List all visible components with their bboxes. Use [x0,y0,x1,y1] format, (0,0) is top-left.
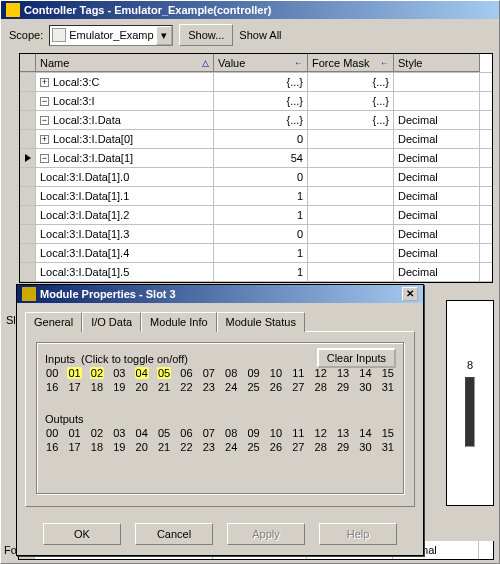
tag-force-cell[interactable] [308,130,394,148]
show-button[interactable]: Show... [179,24,233,46]
tag-value-cell[interactable]: 0 [214,168,308,186]
table-row[interactable]: Local:3:I.Data[1].11Decimal [20,187,492,206]
tag-name-cell[interactable]: Local:3:I.Data[1].1 [36,187,214,205]
expand-icon[interactable]: + [40,78,49,87]
tag-value-cell[interactable]: 1 [214,187,308,205]
input-bit-07[interactable]: 07 [202,367,216,379]
input-bit-14[interactable]: 14 [358,367,372,379]
tag-force-cell[interactable] [308,263,394,281]
table-row[interactable]: −Local:3:I.Data[1]54Decimal [20,149,492,168]
table-row[interactable]: +Local:3:I.Data[0]0Decimal [20,130,492,149]
tag-style-cell[interactable] [394,92,480,110]
input-bit-01[interactable]: 01 [67,367,81,379]
col-header-name[interactable]: Name △ [36,54,214,72]
tag-force-cell[interactable] [308,225,394,243]
table-row[interactable]: Local:3:I.Data[1].41Decimal [20,244,492,263]
tag-name-cell[interactable]: Local:3:I.Data[1].4 [36,244,214,262]
input-bit-12[interactable]: 12 [314,367,328,379]
input-bit-31[interactable]: 31 [381,381,395,393]
tag-force-cell[interactable] [308,168,394,186]
input-bit-17[interactable]: 17 [67,381,81,393]
tag-name-cell[interactable]: +Local:3:C [36,73,214,91]
tag-value-cell[interactable]: 1 [214,263,308,281]
input-bit-09[interactable]: 09 [246,367,260,379]
tag-style-cell[interactable]: Decimal [394,244,480,262]
tag-name-cell[interactable]: Local:3:I.Data[1].5 [36,263,214,281]
tab-module-status[interactable]: Module Status [217,312,305,332]
collapse-icon[interactable]: − [40,116,49,125]
tag-force-cell[interactable]: {...} [308,111,394,129]
tag-style-cell[interactable]: Decimal [394,130,480,148]
input-bit-04[interactable]: 04 [135,367,149,379]
table-row[interactable]: Local:3:I.Data[1].51Decimal [20,263,492,282]
input-bit-28[interactable]: 28 [314,381,328,393]
input-bit-26[interactable]: 26 [269,381,283,393]
close-button[interactable]: ✕ [402,287,418,301]
col-header-force[interactable]: Force Mask ← [308,54,394,72]
tag-value-cell[interactable]: 1 [214,206,308,224]
table-row[interactable]: −Local:3:I.Data{...}{...}Decimal [20,111,492,130]
input-bit-15[interactable]: 15 [381,367,395,379]
tag-value-cell[interactable]: 0 [214,130,308,148]
table-row[interactable]: +Local:3:C{...}{...} [20,73,492,92]
tag-force-cell[interactable]: {...} [308,73,394,91]
input-bit-22[interactable]: 22 [179,381,193,393]
input-bit-30[interactable]: 30 [358,381,372,393]
input-bit-05[interactable]: 05 [157,367,171,379]
tag-style-cell[interactable]: Decimal [394,168,480,186]
tag-style-cell[interactable] [394,73,480,91]
tab-general[interactable]: General [25,312,82,332]
tag-value-cell[interactable]: {...} [214,111,308,129]
tag-style-cell[interactable]: Decimal [394,263,480,281]
col-header-value[interactable]: Value ← [214,54,308,72]
tag-force-cell[interactable] [308,206,394,224]
tag-force-cell[interactable] [308,149,394,167]
tag-name-cell[interactable]: −Local:3:I.Data [36,111,214,129]
tag-value-cell[interactable]: {...} [214,92,308,110]
apply-button[interactable]: Apply [227,523,305,545]
input-bit-00[interactable]: 00 [45,367,59,379]
tag-value-cell[interactable]: 1 [214,244,308,262]
input-bit-23[interactable]: 23 [202,381,216,393]
tag-name-cell[interactable]: −Local:3:I.Data[1] [36,149,214,167]
input-bit-20[interactable]: 20 [135,381,149,393]
input-bit-21[interactable]: 21 [157,381,171,393]
input-bit-10[interactable]: 10 [269,367,283,379]
table-row[interactable]: Local:3:I.Data[1].30Decimal [20,225,492,244]
tag-style-cell[interactable]: Decimal [394,225,480,243]
cancel-button[interactable]: Cancel [135,523,213,545]
collapse-icon[interactable]: − [40,154,49,163]
tag-name-cell[interactable]: −Local:3:I [36,92,214,110]
expand-icon[interactable]: + [40,135,49,144]
tag-value-cell[interactable]: 54 [214,149,308,167]
input-bit-16[interactable]: 16 [45,381,59,393]
chevron-down-icon[interactable]: ▾ [156,26,172,45]
input-bit-24[interactable]: 24 [224,381,238,393]
tag-force-cell[interactable] [308,244,394,262]
input-bit-25[interactable]: 25 [246,381,260,393]
input-bit-27[interactable]: 27 [291,381,305,393]
tag-value-cell[interactable]: 0 [214,225,308,243]
input-bit-11[interactable]: 11 [291,367,305,379]
tab-i-o-data[interactable]: I/O Data [82,312,141,332]
table-row[interactable]: Local:3:I.Data[1].00Decimal [20,168,492,187]
clear-inputs-button[interactable]: Clear Inputs [317,348,396,368]
input-bit-19[interactable]: 19 [112,381,126,393]
input-bit-18[interactable]: 18 [90,381,104,393]
input-bit-02[interactable]: 02 [90,367,104,379]
tag-style-cell[interactable]: Decimal [394,206,480,224]
show-all-label[interactable]: Show All [239,29,281,41]
tab-module-info[interactable]: Module Info [141,312,216,332]
input-bit-13[interactable]: 13 [336,367,350,379]
input-bit-03[interactable]: 03 [112,367,126,379]
tag-style-cell[interactable]: Decimal [394,149,480,167]
ok-button[interactable]: OK [43,523,121,545]
scope-combo[interactable]: Emulator_Examp ▾ [49,25,173,46]
tag-name-cell[interactable]: +Local:3:I.Data[0] [36,130,214,148]
input-bit-29[interactable]: 29 [336,381,350,393]
tag-name-cell[interactable]: Local:3:I.Data[1].3 [36,225,214,243]
table-row[interactable]: Local:3:I.Data[1].21Decimal [20,206,492,225]
tag-force-cell[interactable]: {...} [308,92,394,110]
tag-style-cell[interactable]: Decimal [394,187,480,205]
tag-value-cell[interactable]: {...} [214,73,308,91]
